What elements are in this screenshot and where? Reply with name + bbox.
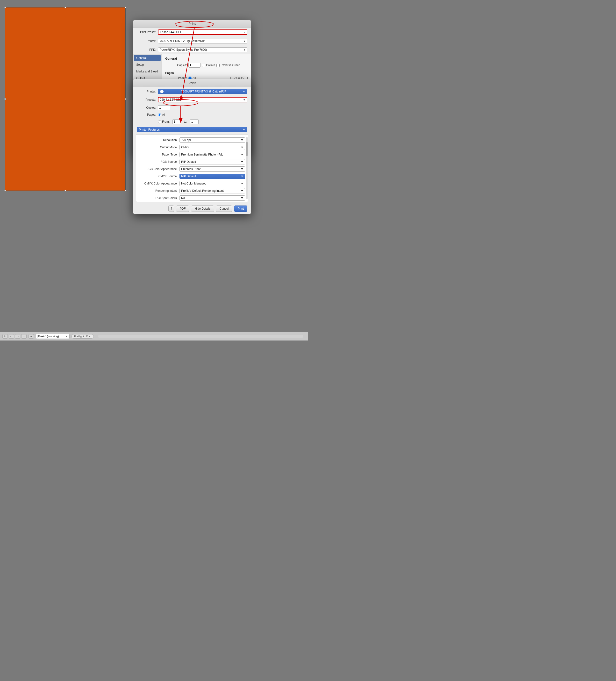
ppd-value: PowerRIPX (Epson Stylus Pro 7600) xyxy=(160,48,207,51)
scrollbar-thumb[interactable] xyxy=(246,142,248,156)
preset-row: Print Preset: Epson 1440 DPI ▼ xyxy=(133,27,251,37)
paper-type-label: Paper Type: xyxy=(139,153,177,156)
rendering-arrow-icon: ▼ xyxy=(241,189,244,193)
preflight-text: Preflight off xyxy=(74,335,88,338)
print-dialog-2: Print Printer: 7600 ART PRINT V3 @ Catbi… xyxy=(133,79,251,214)
sidebar-item-marks-bleed[interactable]: Marks and Bleed xyxy=(134,68,161,75)
pdf-button[interactable]: PDF xyxy=(176,205,189,212)
paper-type-value: Premium Semimatte Photo - P/L xyxy=(181,153,223,156)
preset-select[interactable]: Epson 1440 DPI ▼ xyxy=(158,29,247,35)
rendering-label: Rendering Intent: xyxy=(139,189,177,193)
cancel-button-2[interactable]: Cancel xyxy=(216,205,232,212)
printer-value: 7600 ART PRINT V3 @ CatbirdRIP xyxy=(160,40,205,43)
dialog2-pages-row: Pages: All xyxy=(133,111,251,117)
last-page-button[interactable]: ⊣ xyxy=(21,334,27,338)
reverse-order-checkbox[interactable] xyxy=(217,64,220,67)
working-select[interactable]: [Basic] (working) ▼ xyxy=(36,334,70,339)
dialog2-printer-row: Printer: 7600 ART PRINT V3 @ CatbirdRIP … xyxy=(133,87,251,95)
rgb-source-value: RIP Default xyxy=(181,160,196,163)
rgb-source-select[interactable]: RIP Default ▼ xyxy=(179,159,245,165)
dialog2-from-radio[interactable] xyxy=(158,120,161,123)
rgb-color-label: RGB Color Appearance: xyxy=(139,167,177,171)
ppd-label: PPD: xyxy=(137,48,156,51)
rgb-color-value: Prepress Proof xyxy=(181,167,200,171)
rgb-color-select[interactable]: Prepress Proof ▼ xyxy=(179,167,245,172)
handle-tr[interactable] xyxy=(125,7,126,8)
resolution-arrow-icon: ▼ xyxy=(241,138,244,142)
dialog2-from-row: From: to: xyxy=(133,117,251,125)
resolution-value: 720 dpi xyxy=(181,138,191,142)
rendering-value: Profile's Default Rendering Intent xyxy=(181,189,224,193)
handle-tl[interactable] xyxy=(4,7,6,8)
page-indicator: ◈ xyxy=(28,334,34,338)
rendering-select[interactable]: Profile's Default Rendering Intent ▼ xyxy=(179,188,245,194)
dialog2-all-label[interactable]: All xyxy=(158,113,165,117)
dialog2-all-text: All xyxy=(162,113,165,117)
output-mode-arrow-icon: ▼ xyxy=(241,146,244,149)
dialog2-copies-row: Copies: xyxy=(133,103,251,111)
cmyk-source-value: RIP Default xyxy=(181,175,196,178)
dialog2-copies-input[interactable] xyxy=(158,105,170,110)
rgb-color-row: RGB Color Appearance: Prepress Proof ▼ xyxy=(136,166,248,173)
handle-ml[interactable] xyxy=(4,98,6,100)
handle-mr[interactable] xyxy=(125,98,126,100)
cmyk-color-value: Not Color Managed xyxy=(181,182,206,185)
preset-arrow-icon: ▼ xyxy=(243,31,245,33)
printer-row: Printer: 7600 ART PRINT V3 @ CatbirdRIP … xyxy=(133,37,251,45)
help-button[interactable]: ? xyxy=(168,205,174,212)
dialog2-features-select[interactable]: Printer Features ▼ xyxy=(137,127,247,132)
ppd-arrow-icon: ▼ xyxy=(243,49,246,51)
cmyk-source-select[interactable]: RIP Default ▼ xyxy=(179,174,245,179)
dialog2-printer-select[interactable]: 7600 ART PRINT V3 @ CatbirdRIP ▼ xyxy=(158,89,247,94)
print-button-2[interactable]: Print xyxy=(234,205,247,212)
dialog2-features-row: Printer Features ▼ xyxy=(133,125,251,133)
features-scrollbar[interactable] xyxy=(246,137,248,199)
paper-type-arrow-icon: ▼ xyxy=(241,153,244,156)
output-mode-select[interactable]: CMYK ▼ xyxy=(179,145,245,150)
handle-bm[interactable] xyxy=(65,190,66,191)
dialog2-from-label[interactable]: From: xyxy=(158,120,170,123)
collate-checkbox-label[interactable]: Collate xyxy=(202,64,215,67)
handle-br[interactable] xyxy=(125,190,126,191)
printer-arrow-icon: ▼ xyxy=(243,40,246,43)
true-spot-select[interactable]: No ▼ xyxy=(179,195,245,201)
hide-details-button[interactable]: Hide Details xyxy=(191,205,214,212)
dialog2-to-input[interactable] xyxy=(190,119,199,124)
ppd-select[interactable]: PowerRIPX (Epson Stylus Pro 7600) ▼ xyxy=(158,47,247,52)
dialog2-presets-select[interactable]: 720 SHEET UNI ▼ xyxy=(158,97,247,102)
general-section-title: General xyxy=(165,57,248,60)
handle-bl[interactable] xyxy=(4,190,6,191)
sidebar-item-general[interactable]: General xyxy=(134,55,161,61)
output-mode-value: CMYK xyxy=(181,146,190,149)
horizontal-scrollbar[interactable] xyxy=(98,335,303,338)
preflight-badge[interactable]: Preflight off ▼ xyxy=(72,334,94,338)
rgb-source-arrow-icon: ▼ xyxy=(241,160,244,163)
dialog2-features-value: Printer Features xyxy=(139,128,160,131)
dialog2-printer-label: Printer: xyxy=(137,90,156,93)
dialog2-from-input[interactable] xyxy=(172,119,181,124)
rgb-source-row: RGB Source: RIP Default ▼ xyxy=(136,158,248,166)
copies-input[interactable] xyxy=(189,63,200,68)
first-page-button[interactable]: ⊢ xyxy=(2,334,8,338)
prev-page-button[interactable]: ◁ xyxy=(9,334,14,338)
true-spot-arrow-icon: ▼ xyxy=(241,196,244,200)
next-page-button[interactable]: ▷ xyxy=(15,334,20,338)
cmyk-color-arrow-icon: ▼ xyxy=(241,182,244,185)
design-canvas xyxy=(5,7,126,191)
paper-type-row: Paper Type: Premium Semimatte Photo - P/… xyxy=(136,151,248,158)
dialog-2-title: Print xyxy=(133,79,251,87)
handle-tm[interactable] xyxy=(65,7,66,8)
collate-checkbox[interactable] xyxy=(202,64,205,67)
page-indicator-icon: ◈ xyxy=(30,335,32,337)
rendering-row: Rendering Intent: Profile's Default Rend… xyxy=(136,187,248,194)
dialog2-all-radio[interactable] xyxy=(158,113,161,117)
sidebar-item-setup[interactable]: Setup xyxy=(134,61,161,68)
reverse-order-label[interactable]: Reverse Order xyxy=(217,64,240,67)
cmyk-color-select[interactable]: Not Color Managed ▼ xyxy=(179,181,245,186)
cmyk-source-label: CMYK Source: xyxy=(139,175,177,178)
printer-select[interactable]: 7600 ART PRINT V3 @ CatbirdRIP ▼ xyxy=(158,39,247,44)
paper-type-select[interactable]: Premium Semimatte Photo - P/L ▼ xyxy=(179,152,245,157)
resolution-select[interactable]: 720 dpi ▼ xyxy=(179,137,245,143)
dialog2-pages-label: Pages: xyxy=(137,113,156,117)
dialog2-copies-label: Copies: xyxy=(137,106,156,109)
